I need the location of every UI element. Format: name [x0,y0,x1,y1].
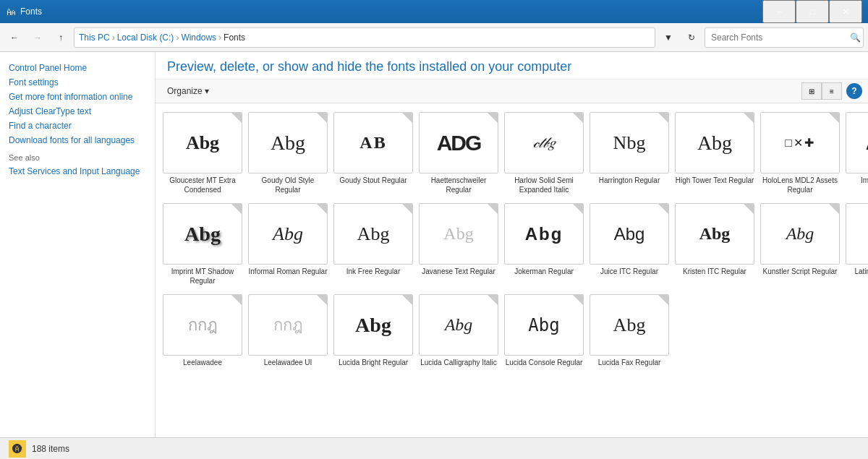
sidebar-find-character[interactable]: Find a character [0,119,155,133]
font-name: Goudy Stout Regular [339,176,407,185]
status-bar: 🅐 188 items [0,437,868,459]
font-name: Juice ITC Regular [600,267,658,276]
font-item[interactable]: AbLatin Wide Regular [844,200,868,288]
view-details-button[interactable]: ≡ [822,82,842,100]
font-preview: Abg [504,203,584,265]
font-preview: ADG [419,112,498,173]
font-item[interactable]: AbgInk Free Regular [332,200,414,288]
up-button[interactable]: ↑ [51,27,71,48]
dropdown-button[interactable]: ▼ [658,27,678,48]
font-grid-container: AbgGloucester MT Extra CondensedAbgGoudy… [156,103,868,437]
search-input[interactable] [705,27,864,48]
minimize-button[interactable]: ─ [762,0,796,23]
font-name: Goudy Old Style Regular [248,176,328,194]
font-name: HoloLens MDL2 Assets Regular [760,176,840,194]
font-preview: Abg [590,294,669,356]
font-name: High Tower Text Regular [676,176,754,185]
font-preview: Abg [248,112,328,173]
font-name: Kristen ITC Regular [683,267,746,276]
sidebar-get-more-font[interactable]: Get more font information online [0,90,155,104]
font-preview: Abg [333,294,413,356]
font-item[interactable]: ADGHaettenschweiler Regular [417,109,500,197]
font-item[interactable]: AbgJuice ITC Regular [588,200,671,288]
address-bar: ← → ↑ This PC › Local Disk (C:) › Window… [0,23,868,52]
sidebar-text-services[interactable]: Text Services and Input Language [0,164,155,179]
font-preview: Nbg [590,112,669,173]
forward-button[interactable]: → [27,27,48,48]
font-item[interactable]: AbgInformal Roman Regular [247,200,329,288]
page-title: Preview, delete, or show and hide the fo… [167,59,856,74]
help-button[interactable]: ? [846,83,862,99]
font-item[interactable]: AbgJokerman Regular [503,200,585,288]
refresh-button[interactable]: ↻ [681,27,702,48]
font-name: Kunstler Script Regular [763,267,838,276]
font-item[interactable]: AbgJavanese Text Regular [417,200,500,288]
font-item[interactable]: AbgImprint MT Shadow Regular [161,200,244,288]
status-icon: 🅐 [9,440,26,458]
font-item[interactable]: AbgKunstler Script Regular [759,200,841,288]
font-name: Javanese Text Regular [422,267,495,276]
breadcrumb-thispc[interactable]: This PC [79,33,110,43]
font-preview: □✕✚ [760,112,840,173]
title-bar: 🗛 Fonts ─ □ ✕ [0,0,868,23]
font-preview: Abg [590,203,669,265]
sidebar-control-panel[interactable]: Control Panel Home [0,61,155,75]
back-button[interactable]: ← [4,27,25,48]
font-preview: Abg [846,112,868,173]
sidebar-download-fonts[interactable]: Download fonts for all languages [0,133,155,147]
font-preview: Ab [846,203,868,265]
sidebar-cleartype[interactable]: Adjust ClearType text [0,104,155,119]
app-icon: 🗛 [6,6,16,17]
font-preview: Abg [419,294,498,356]
font-item[interactable]: กกฎLeelawadee [161,291,244,370]
close-button[interactable]: ✕ [829,0,862,23]
font-item[interactable]: AbgHigh Tower Text Regular [673,109,756,197]
font-item[interactable]: ABGoudy Stout Regular [332,109,414,197]
font-preview: กกฎ [248,294,328,356]
organize-button[interactable]: Organize ▾ [161,83,215,99]
toolbar: Organize ▾ ⊞ ≡ ? [156,80,868,103]
font-name: Imprint MT Shadow Regular [163,267,242,286]
breadcrumb-localdisk[interactable]: Local Disk (C:) [117,33,174,43]
content-area: Preview, delete, or show and hide the fo… [156,52,868,437]
font-name: Lucida Bright Regular [339,358,408,367]
font-preview: Abg [504,294,584,356]
font-name: Harrington Regular [599,176,660,185]
maximize-button[interactable]: □ [796,0,829,23]
font-item[interactable]: □✕✚HoloLens MDL2 Assets Regular [759,109,841,197]
main-layout: Control Panel Home Font settings Get mor… [0,52,868,437]
font-item[interactable]: AbgLucida Console Regular [503,291,585,370]
font-item[interactable]: AbgLucida Fax Regular [588,291,671,370]
font-item[interactable]: 𝒸𝓉𝒷𝑔Harlow Solid Semi Expanded Italic [503,109,585,197]
font-name: Harlow Solid Semi Expanded Italic [504,176,584,194]
search-wrapper: 🔍 [705,27,864,48]
font-item[interactable]: NbgHarrington Regular [588,109,671,197]
window-controls: ─ □ ✕ [762,0,862,23]
font-preview: Abg [163,112,242,173]
font-item[interactable]: กกฎLeelawadee UI [247,291,329,370]
font-name: Leelawadee UI [264,358,312,367]
font-item[interactable]: AbgLucida Calligraphy Italic [417,291,500,370]
search-submit-button[interactable]: 🔍 [850,33,861,43]
font-name: Informal Roman Regular [249,267,328,276]
font-item[interactable]: AbgGoudy Old Style Regular [247,109,329,197]
sidebar-font-settings[interactable]: Font settings [0,75,155,90]
breadcrumb-windows[interactable]: Windows [181,33,216,43]
font-preview: Abg [675,203,754,265]
font-name: Jokerman Regular [514,267,574,276]
see-also-heading: See also [0,147,155,164]
font-item[interactable]: AbgLucida Bright Regular [332,291,414,370]
content-header: Preview, delete, or show and hide the fo… [156,52,868,80]
font-name: Ink Free Regular [346,267,400,276]
font-preview: Abg [675,112,754,173]
font-item[interactable]: AbgGloucester MT Extra Condensed [161,109,244,197]
breadcrumb[interactable]: This PC › Local Disk (C:) › Windows › Fo… [74,27,655,48]
view-button[interactable]: ⊞ [801,82,822,100]
font-preview: AB [333,112,413,173]
font-item[interactable]: AbgImpact Regular [844,109,868,197]
font-preview: Abg [419,203,498,265]
font-item[interactable]: AbgKristen ITC Regular [673,200,756,288]
font-grid: AbgGloucester MT Extra CondensedAbgGoudy… [161,109,862,370]
font-name: Gloucester MT Extra Condensed [163,176,242,194]
font-preview: Abg [248,203,328,265]
